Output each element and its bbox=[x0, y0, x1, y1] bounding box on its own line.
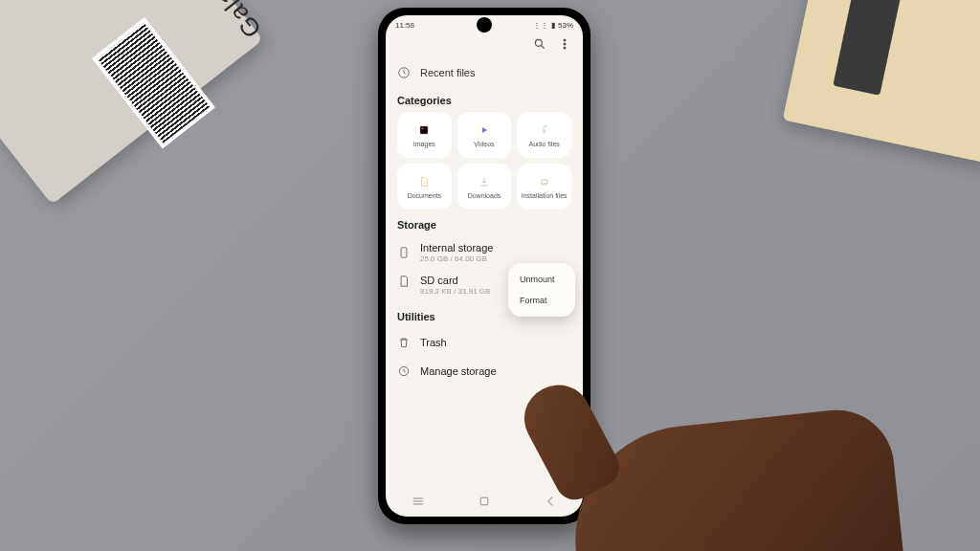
my-files-app: Recent files Categories Images Videos Au… bbox=[386, 32, 583, 386]
trash-label: Trash bbox=[420, 337, 447, 348]
recent-files-label: Recent files bbox=[420, 67, 475, 78]
category-documents[interactable]: Documents bbox=[397, 164, 452, 209]
menu-format[interactable]: Format bbox=[508, 290, 575, 311]
status-time: 11:58 bbox=[395, 21, 414, 30]
category-label: Downloads bbox=[468, 192, 501, 199]
manage-storage-row[interactable]: Manage storage bbox=[397, 357, 571, 386]
svg-rect-6 bbox=[420, 126, 428, 134]
sd-card-context-menu: Unmount Format bbox=[508, 263, 575, 317]
category-apk[interactable]: APK Installation files bbox=[517, 164, 571, 209]
categories-grid: Images Videos Audio files Documents Down… bbox=[397, 112, 571, 209]
sd-card-row[interactable]: SD card 819.2 KB / 31.91 GB Unmount Form… bbox=[397, 269, 571, 301]
phone-frame: 11:58 ⋮⋮ ▮ 53% Recent files bbox=[378, 8, 590, 524]
more-icon[interactable] bbox=[558, 37, 571, 51]
hinge-graphic bbox=[833, 0, 903, 96]
wifi-icon: ⋮⋮ bbox=[533, 21, 548, 30]
app-topbar bbox=[397, 32, 571, 60]
phone-storage-icon bbox=[397, 246, 411, 259]
trash-row[interactable]: Trash bbox=[397, 328, 571, 357]
category-label: Videos bbox=[474, 141, 494, 147]
manage-storage-icon bbox=[397, 364, 411, 378]
sd-card-icon bbox=[397, 275, 411, 288]
svg-text:APK: APK bbox=[542, 182, 546, 185]
category-label: Images bbox=[413, 141, 435, 147]
home-button[interactable] bbox=[476, 493, 493, 510]
camera-notch bbox=[477, 17, 492, 33]
videos-icon bbox=[477, 122, 492, 138]
categories-header: Categories bbox=[397, 95, 571, 106]
apk-icon: APK bbox=[537, 174, 552, 189]
downloads-icon bbox=[477, 174, 492, 189]
svg-rect-16 bbox=[480, 497, 488, 505]
category-videos[interactable]: Videos bbox=[457, 112, 512, 158]
trash-icon bbox=[397, 336, 411, 349]
svg-rect-11 bbox=[401, 248, 407, 258]
product-box-label: Galaxy A06 bbox=[160, 0, 267, 44]
sd-card-sub: 819.2 KB / 31.91 GB bbox=[420, 287, 490, 296]
sd-card-title: SD card bbox=[420, 275, 490, 286]
internal-storage-sub: 25.0 GB / 64.00 GB bbox=[420, 254, 493, 263]
internal-storage-title: Internal storage bbox=[420, 242, 493, 253]
svg-point-3 bbox=[564, 43, 566, 45]
back-button[interactable] bbox=[542, 493, 559, 510]
category-audio[interactable]: Audio files bbox=[517, 112, 571, 158]
recent-files-row[interactable]: Recent files bbox=[397, 60, 571, 85]
recents-button[interactable] bbox=[410, 493, 427, 510]
svg-line-1 bbox=[542, 46, 545, 49]
svg-marker-8 bbox=[482, 127, 487, 133]
category-label: Installation files bbox=[522, 192, 568, 199]
audio-icon bbox=[537, 122, 552, 138]
phone-screen: 11:58 ⋮⋮ ▮ 53% Recent files bbox=[386, 15, 583, 517]
svg-point-2 bbox=[564, 39, 566, 41]
images-icon bbox=[416, 122, 432, 138]
svg-point-4 bbox=[564, 47, 566, 49]
svg-point-7 bbox=[422, 128, 424, 130]
signal-icon: ▮ bbox=[551, 21, 555, 30]
category-label: Documents bbox=[408, 192, 441, 199]
android-navbar bbox=[386, 490, 583, 513]
clock-icon bbox=[397, 66, 411, 79]
category-label: Audio files bbox=[529, 141, 560, 147]
documents-icon bbox=[416, 174, 432, 189]
search-icon[interactable] bbox=[533, 37, 546, 51]
storage-header: Storage bbox=[397, 219, 571, 231]
category-downloads[interactable]: Downloads bbox=[457, 164, 512, 209]
battery-label: 53% bbox=[558, 21, 573, 30]
category-images[interactable]: Images bbox=[397, 112, 452, 158]
svg-point-0 bbox=[535, 39, 542, 46]
manage-storage-label: Manage storage bbox=[420, 365, 497, 377]
menu-unmount[interactable]: Unmount bbox=[508, 269, 575, 290]
